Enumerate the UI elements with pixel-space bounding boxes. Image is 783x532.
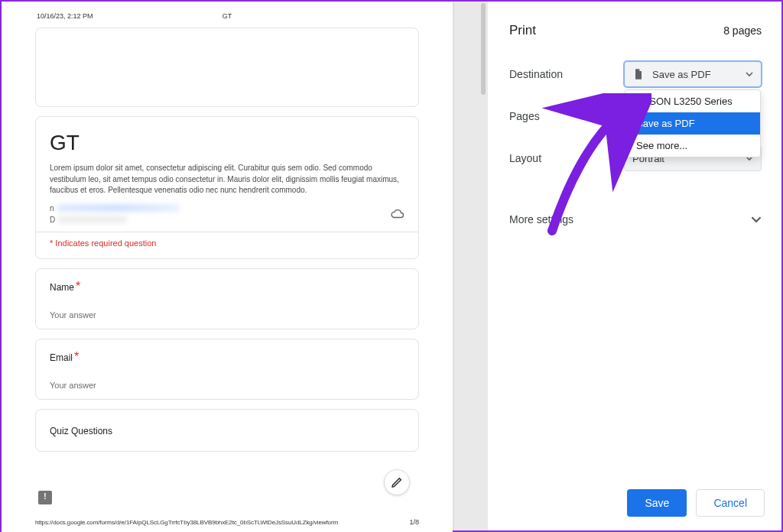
feedback-icon[interactable] (38, 491, 52, 504)
preview-page: 10/16/23, 2:12 PM GT GT Lorem ipsum dolo… (2, 2, 453, 532)
cloud-icon (391, 207, 404, 221)
preview-header-title: GT (2, 12, 453, 20)
preview-footer-page: 1/8 (409, 518, 419, 526)
pages-label: Pages (509, 110, 624, 122)
required-star: * (76, 280, 80, 293)
destination-dropdown[interactable]: Save as PDF EPSON L3250 Series Save as P… (624, 61, 762, 87)
form-title: GT (50, 131, 404, 155)
destination-label: Destination (509, 68, 624, 80)
destination-option-epson[interactable]: EPSON L3250 Series (625, 90, 760, 112)
preview-scrollbar[interactable] (477, 2, 488, 530)
question-label: Email (50, 352, 73, 363)
dialog-buttons: Save Cancel (627, 489, 765, 517)
destination-popup: EPSON L3250 Series Save as PDF See more.… (625, 89, 761, 157)
page-count: 8 pages (723, 24, 762, 37)
answer-placeholder: Your answer (50, 310, 404, 320)
form-banner (35, 28, 419, 107)
print-preview-area: 10/16/23, 2:12 PM GT GT Lorem ipsum dolo… (2, 2, 488, 530)
panel-title: Print (509, 23, 536, 38)
cancel-button[interactable]: Cancel (696, 489, 765, 517)
caret-down-icon (746, 70, 753, 78)
more-settings-toggle[interactable]: More settings (509, 202, 762, 236)
file-icon (632, 68, 645, 80)
form-title-card: GT Lorem ipsum dolor sit amet, consectet… (35, 116, 419, 259)
edit-fab[interactable] (384, 469, 410, 495)
required-note: * Indicates required question (50, 238, 404, 248)
print-settings-panel: Print 8 pages Destination Save as PDF EP… (488, 2, 781, 530)
section-title: Quiz Questions (50, 426, 112, 436)
redacted-account-info: n D (50, 204, 180, 224)
preview-header: 10/16/23, 2:12 PM GT (35, 12, 419, 24)
save-button[interactable]: Save (627, 489, 687, 517)
chevron-down-icon (751, 214, 762, 225)
layout-label: Layout (509, 152, 624, 164)
question-label: Name (50, 282, 74, 293)
question-card-name: Name* Your answer (35, 268, 419, 329)
section-card-quiz: Quiz Questions (35, 409, 419, 452)
pencil-icon (391, 476, 403, 488)
form-description: Lorem ipsum dolor sit amet, consectetur … (50, 163, 404, 196)
destination-value: Save as PDF (652, 69, 711, 80)
required-star: * (74, 350, 79, 363)
answer-placeholder: Your answer (50, 381, 404, 390)
destination-option-save-pdf[interactable]: Save as PDF (625, 112, 760, 135)
more-settings-label: More settings (509, 213, 573, 225)
question-card-email: Email* Your answer (35, 339, 419, 400)
preview-footer-url: https://docs.google.com/forms/d/e/1FAIpQ… (35, 519, 338, 526)
destination-option-see-more[interactable]: See more... (625, 135, 760, 157)
